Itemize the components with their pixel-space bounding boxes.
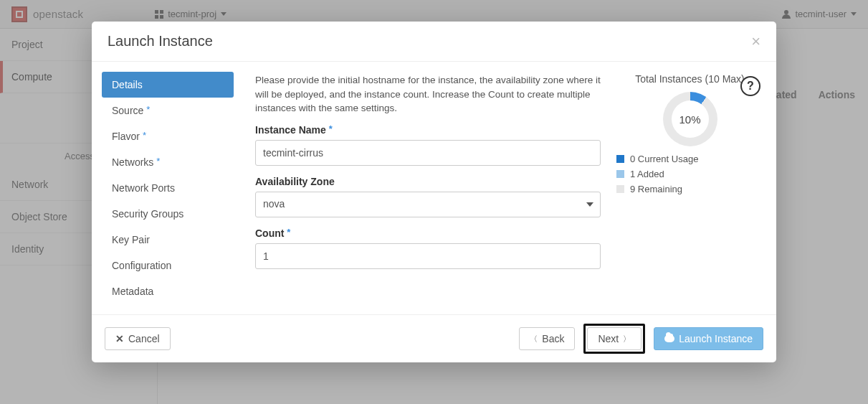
intro-text: Please provide the initial hostname for … <box>255 73 601 116</box>
step-source[interactable]: Source* <box>102 98 234 123</box>
x-icon: ✕ <box>115 334 124 344</box>
step-key-pair[interactable]: Key Pair <box>102 227 234 253</box>
required-star-icon: * <box>287 227 290 238</box>
usage-donut-chart: 10% <box>663 92 717 146</box>
step-details[interactable]: Details <box>102 72 234 98</box>
next-button-highlight: Next 〉 <box>583 324 645 354</box>
step-configuration[interactable]: Configuration <box>102 253 234 278</box>
modal-overlay: Launch Instance × Details Source* Flavor… <box>0 0 868 404</box>
instance-summary: Total Instances (10 Max) 10% 0 Current U… <box>616 73 763 307</box>
cancel-button[interactable]: ✕ Cancel <box>105 327 171 350</box>
launch-instance-modal: Launch Instance × Details Source* Flavor… <box>92 22 776 362</box>
step-metadata[interactable]: Metadata <box>102 278 234 304</box>
modal-header: Launch Instance × <box>92 22 776 62</box>
modal-title: Launch Instance <box>108 33 213 50</box>
instance-name-label: Instance Name * <box>255 124 601 136</box>
donut-percent: 10% <box>679 113 700 126</box>
step-flavor[interactable]: Flavor* <box>102 123 234 149</box>
usage-legend: 0 Current Usage 1 Added 9 Remaining <box>616 154 763 194</box>
instance-name-input[interactable] <box>255 140 601 166</box>
count-label: Count * <box>255 227 601 239</box>
required-star-icon: * <box>143 130 146 141</box>
availability-zone-label: Availability Zone <box>255 176 601 187</box>
help-icon[interactable]: ? <box>740 76 760 96</box>
launch-instance-button[interactable]: Launch Instance <box>654 327 763 350</box>
required-star-icon: * <box>146 104 150 115</box>
wizard-steps: Details Source* Flavor* Networks* Networ… <box>92 62 242 314</box>
cloud-upload-icon <box>664 335 674 342</box>
count-input[interactable] <box>255 243 601 269</box>
next-button[interactable]: Next 〉 <box>587 327 642 350</box>
legend-swatch-icon <box>616 170 624 178</box>
step-network-ports[interactable]: Network Ports <box>102 175 234 201</box>
modal-footer: ✕ Cancel 〈 Back Next 〉 Launch Instance <box>92 314 776 362</box>
back-button[interactable]: 〈 Back <box>519 327 575 350</box>
close-icon[interactable]: × <box>751 34 760 50</box>
chevron-left-icon: 〈 <box>530 335 538 343</box>
required-star-icon: * <box>156 156 160 166</box>
step-security-groups[interactable]: Security Groups <box>102 201 234 227</box>
legend-swatch-icon <box>616 185 624 193</box>
availability-zone-select[interactable]: nova <box>255 192 601 217</box>
required-star-icon: * <box>329 123 333 134</box>
legend-swatch-icon <box>616 155 624 163</box>
chevron-right-icon: 〉 <box>623 335 631 343</box>
step-networks[interactable]: Networks* <box>102 149 234 175</box>
